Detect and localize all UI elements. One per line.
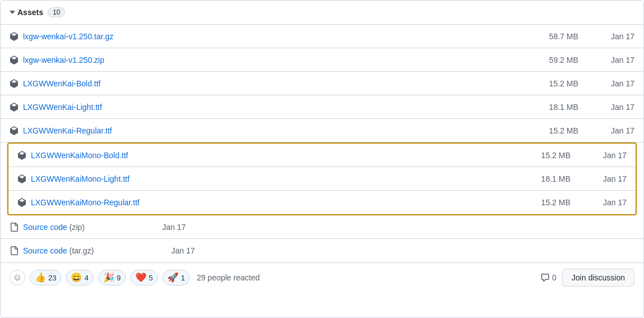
file-date: Jan 17 bbox=[601, 103, 634, 112]
assets-toggle[interactable]: Assets bbox=[10, 8, 43, 17]
add-reaction-button[interactable]: ☺ bbox=[10, 270, 25, 285]
file-link[interactable]: LXGWWenKai-Bold.ttf bbox=[23, 79, 533, 88]
source-icon bbox=[10, 246, 19, 255]
file-link[interactable]: LXGWWenKai-Regular.ttf bbox=[23, 126, 533, 135]
file-size: 58.7 MB bbox=[533, 32, 578, 41]
table-row: Source code (tar.gz) Jan 17 bbox=[1, 239, 643, 262]
file-size: 18.1 MB bbox=[526, 174, 570, 183]
table-row: LXGWWenKaiMono-Bold.ttf 15.2 MB Jan 17 bbox=[8, 144, 636, 167]
package-icon bbox=[17, 174, 26, 183]
source-name: Source code (tar.gz) bbox=[23, 246, 94, 255]
rocket-reaction[interactable]: 🚀 1 bbox=[162, 270, 190, 285]
package-icon bbox=[17, 198, 26, 207]
file-link[interactable]: LXGWWenKaiMono-Regular.ttf bbox=[31, 198, 526, 207]
right-actions: 0 Join discussion bbox=[541, 269, 634, 287]
package-icon bbox=[10, 126, 19, 135]
assets-panel: Assets 10 lxgw-wenkai-v1.250.tar.gz 58.7… bbox=[0, 0, 644, 318]
party-reaction[interactable]: 🎉 9 bbox=[98, 270, 126, 285]
party-count: 9 bbox=[117, 274, 121, 282]
package-icon bbox=[10, 103, 19, 112]
rocket-count: 1 bbox=[181, 274, 185, 282]
table-row: LXGWWenKai-Light.ttf 18.1 MB Jan 17 bbox=[1, 95, 643, 119]
source-icon bbox=[10, 223, 19, 232]
file-size: 18.1 MB bbox=[533, 103, 578, 112]
party-emoji: 🎉 bbox=[103, 273, 115, 282]
assets-table: lxgw-wenkai-v1.250.tar.gz 58.7 MB Jan 17… bbox=[1, 25, 643, 262]
source-link[interactable]: Source code bbox=[23, 223, 67, 232]
table-row: LXGWWenKai-Regular.ttf 15.2 MB Jan 17 bbox=[1, 119, 643, 142]
package-icon bbox=[17, 151, 26, 160]
file-size: 15.2 MB bbox=[526, 198, 570, 207]
file-link[interactable]: LXGWWenKaiMono-Light.ttf bbox=[31, 174, 526, 183]
file-size: 15.2 MB bbox=[533, 79, 578, 88]
file-link[interactable]: LXGWWenKaiMono-Bold.ttf bbox=[31, 151, 526, 160]
table-row: lxgw-wenkai-v1.250.tar.gz 58.7 MB Jan 17 bbox=[1, 25, 643, 48]
comment-count: 0 bbox=[541, 273, 556, 282]
collapse-icon bbox=[10, 11, 15, 14]
file-date: Jan 17 bbox=[152, 223, 186, 232]
table-row: LXGWWenKaiMono-Regular.ttf 15.2 MB Jan 1… bbox=[8, 191, 636, 214]
assets-title: Assets bbox=[17, 8, 43, 17]
thumbs-up-count: 23 bbox=[48, 274, 56, 282]
table-row: Source code (zip) Jan 17 bbox=[1, 215, 643, 239]
join-discussion-button[interactable]: Join discussion bbox=[562, 269, 634, 287]
file-link[interactable]: lxgw-wenkai-v1.250.tar.gz bbox=[23, 32, 533, 41]
assets-count: 10 bbox=[48, 7, 65, 17]
assets-header: Assets 10 bbox=[1, 1, 643, 25]
table-row: LXGWWenKaiMono-Light.ttf 18.1 MB Jan 17 bbox=[8, 167, 636, 191]
laugh-reaction[interactable]: 😄 4 bbox=[66, 270, 93, 285]
file-date: Jan 17 bbox=[601, 32, 634, 41]
table-row: lxgw-wenkai-v1.250.zip 59.2 MB Jan 17 bbox=[1, 48, 643, 72]
heart-emoji: ❤️ bbox=[135, 273, 147, 282]
comment-number: 0 bbox=[552, 273, 556, 282]
file-link[interactable]: lxgw-wenkai-v1.250.zip bbox=[23, 56, 533, 64]
file-date: Jan 17 bbox=[593, 174, 627, 183]
thumbs-up-reaction[interactable]: 👍 23 bbox=[30, 270, 61, 285]
file-size: 59.2 MB bbox=[533, 56, 578, 64]
rocket-emoji: 🚀 bbox=[167, 273, 179, 282]
file-date: Jan 17 bbox=[601, 126, 634, 135]
source-suffix: (zip) bbox=[70, 223, 85, 232]
file-size: 15.2 MB bbox=[526, 151, 570, 160]
thumbs-up-emoji: 👍 bbox=[35, 273, 46, 282]
file-date: Jan 17 bbox=[593, 151, 627, 160]
source-name: Source code (zip) bbox=[23, 223, 85, 232]
source-link[interactable]: Source code bbox=[23, 246, 67, 255]
laugh-count: 4 bbox=[84, 274, 88, 282]
file-date: Jan 17 bbox=[161, 246, 195, 255]
package-icon bbox=[10, 79, 19, 88]
package-icon bbox=[10, 32, 19, 41]
file-date: Jan 17 bbox=[601, 56, 634, 64]
highlighted-group: LXGWWenKaiMono-Bold.ttf 15.2 MB Jan 17 L… bbox=[7, 142, 637, 215]
reactions-text: 29 people reacted bbox=[197, 273, 259, 282]
file-date: Jan 17 bbox=[601, 79, 634, 88]
laugh-emoji: 😄 bbox=[71, 273, 82, 282]
source-suffix: (tar.gz) bbox=[70, 246, 94, 255]
heart-count: 5 bbox=[149, 274, 153, 282]
heart-reaction[interactable]: ❤️ 5 bbox=[130, 270, 158, 285]
file-link[interactable]: LXGWWenKai-Light.ttf bbox=[23, 103, 533, 112]
reactions-bar: ☺ 👍 23 😄 4 🎉 9 ❤️ 5 🚀 1 29 people reacte… bbox=[1, 262, 643, 292]
file-size: 15.2 MB bbox=[533, 126, 578, 135]
file-date: Jan 17 bbox=[593, 198, 627, 207]
table-row: LXGWWenKai-Bold.ttf 15.2 MB Jan 17 bbox=[1, 72, 643, 95]
package-icon bbox=[10, 56, 19, 64]
